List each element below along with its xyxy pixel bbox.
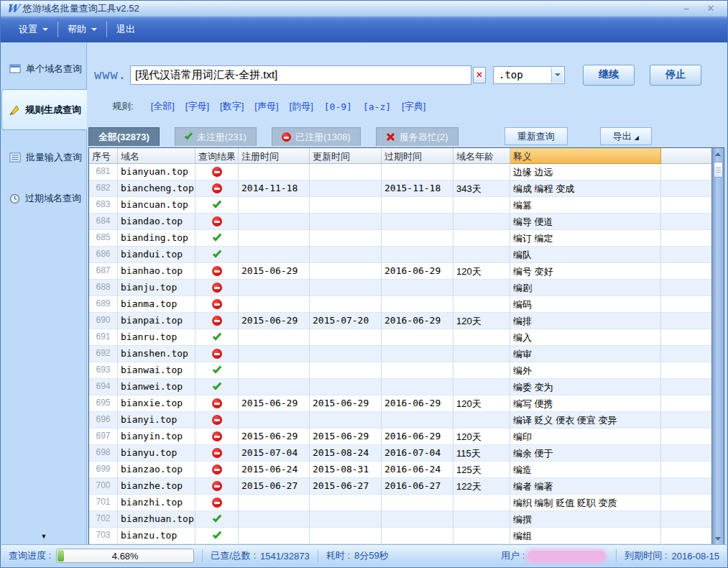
table-row[interactable]: 687bianhao.top2015-06-292016-06-29120天编号… — [89, 263, 711, 280]
cell-age: 120天 — [453, 395, 510, 412]
col-header-seq[interactable]: 序号 — [89, 148, 118, 164]
cell-filler — [661, 462, 711, 478]
table-row[interactable]: 697bianyin.top2015-06-292015-06-292016-0… — [89, 429, 711, 445]
rule-link-digits[interactable]: [数字] — [220, 100, 244, 113]
cell-domain: bianxie.top — [118, 395, 195, 412]
rule-link-letters[interactable]: [字母] — [185, 100, 209, 113]
minimize-icon[interactable]: – — [674, 3, 699, 14]
cell-exp — [382, 247, 453, 263]
continue-button[interactable]: 继续 — [583, 65, 635, 86]
rule-link-dictionary[interactable]: [字典] — [402, 100, 425, 113]
cell-meaning: 边缘 边远 — [510, 164, 661, 180]
cell-filler — [661, 511, 711, 528]
table-row[interactable]: 695bianxie.top2015-06-292015-06-292016-0… — [89, 395, 711, 412]
cell-age — [453, 164, 510, 180]
sidebar-item-label: 单个域名查询 — [26, 63, 82, 75]
col-header-meaning[interactable]: 释义 — [510, 148, 661, 164]
table-row[interactable]: 685bianding.top编订 编定 — [89, 230, 711, 247]
col-header-age[interactable]: 域名年龄 — [453, 148, 510, 164]
table-row[interactable]: 684biandao.top编导 便道 — [89, 214, 711, 230]
table-row[interactable]: 693bianwai.top编外 — [89, 362, 711, 379]
sidebar-item-batch-query[interactable]: 批量输入查询 — [1, 145, 86, 170]
rule-link-all[interactable]: [全部] — [151, 100, 175, 113]
table-row[interactable]: 683biancuan.top编篡 — [89, 197, 711, 214]
cell-reg: 2015-06-27 — [239, 478, 310, 495]
filter-tab-all[interactable]: 全部(32873) — [88, 127, 160, 146]
checked-total-label: 已查/总数 : — [211, 549, 256, 562]
col-header-expires[interactable]: 过期时间 — [382, 148, 453, 164]
menu-help[interactable]: 帮助 — [58, 21, 106, 38]
col-header-result[interactable]: 查询结果 — [195, 148, 239, 164]
export-button[interactable]: 导出 ◢ — [600, 127, 652, 145]
user-name-redacted — [527, 551, 605, 562]
table-row[interactable]: 682biancheng.top2014-11-182015-11-18343天… — [89, 180, 711, 197]
cell-seq: 687 — [89, 263, 118, 280]
table-row[interactable]: 688bianju.top编剧 — [89, 280, 711, 296]
rule-link-a-z[interactable]: [a-z] — [363, 101, 391, 112]
wordlist-input[interactable] — [130, 65, 471, 85]
col-header-updated[interactable]: 更新时间 — [310, 148, 382, 164]
cell-seq: 695 — [89, 395, 118, 412]
sidebar-scroll-down-icon[interactable]: ▼ — [1, 533, 86, 540]
table-row[interactable]: 698bianyu.top2015-07-042015-08-242016-07… — [89, 445, 711, 462]
cell-exp: 2016-06-29 — [382, 395, 453, 412]
table-row[interactable]: 700bianzhe.top2015-06-272015-06-272016-0… — [89, 478, 711, 495]
cell-age — [453, 280, 510, 296]
rule-link-0-9[interactable]: [0-9] — [324, 101, 352, 112]
requery-button[interactable]: 重新查询 — [504, 127, 568, 145]
table-row[interactable]: 699bianzao.top2015-06-242015-08-312016-0… — [89, 462, 711, 478]
results-table: 序号 域名 查询结果 注册时间 更新时间 过期时间 域名年龄 释义 681bia… — [88, 147, 724, 545]
table-row[interactable]: 686biandui.top编队 — [89, 247, 711, 263]
table-row[interactable]: 690bianpai.top2015-06-292015-07-202016-0… — [89, 313, 711, 329]
tld-dropdown-button[interactable] — [551, 68, 563, 83]
cell-meaning: 编入 — [510, 329, 661, 346]
cell-meaning: 编余 便于 — [510, 445, 661, 462]
menu-settings[interactable]: 设置 — [9, 21, 57, 38]
clear-input-button[interactable]: ✕ — [473, 67, 486, 83]
vertical-scrollbar[interactable] — [711, 148, 724, 544]
table-row[interactable]: 703bianzu.top编组 — [89, 528, 711, 544]
rule-link-initials[interactable]: [声母] — [254, 100, 278, 113]
registered-icon — [212, 316, 222, 326]
sidebar-item-expired-query[interactable]: 过期域名查询 — [1, 186, 86, 211]
table-row[interactable]: 681bianyuan.top边缘 边远 — [89, 164, 711, 180]
cell-filler — [661, 528, 711, 544]
cell-upd — [310, 197, 382, 214]
scroll-down-icon[interactable] — [712, 533, 724, 544]
table-row[interactable]: 702bianzhuan.top编撰 — [89, 511, 711, 528]
cell-result — [195, 379, 239, 395]
stop-button[interactable]: 停止 — [650, 65, 701, 86]
close-icon[interactable]: ✕ — [699, 3, 723, 14]
col-header-domain[interactable]: 域名 — [118, 148, 195, 164]
scrollbar-thumb[interactable] — [714, 162, 723, 178]
available-icon — [212, 199, 221, 209]
col-header-registered[interactable]: 注册时间 — [239, 148, 310, 164]
table-row[interactable]: 696bianyi.top编译 贬义 便衣 便宜 变异 — [89, 412, 711, 429]
sidebar-item-label: 规则生成查询 — [25, 104, 81, 116]
cell-result — [195, 429, 239, 445]
chevron-down-icon — [42, 28, 48, 31]
sidebar-item-rule-query[interactable]: 规则生成查询 — [1, 89, 87, 130]
registered-icon — [212, 481, 222, 491]
scroll-up-icon[interactable] — [712, 148, 724, 160]
cell-exp — [382, 412, 453, 429]
cell-result — [195, 495, 239, 511]
table-row[interactable]: 694bianwei.top编委 变为 — [89, 379, 711, 395]
table-row[interactable]: 689bianma.top编码 — [89, 296, 711, 313]
cell-upd — [310, 263, 382, 280]
filter-tab-server-busy[interactable]: 服务器忙(2) — [376, 127, 459, 146]
registered-icon — [212, 464, 222, 475]
table-row[interactable]: 691bianru.top编入 — [89, 329, 711, 346]
table-row[interactable]: 692bianshen.top编审 — [89, 346, 711, 362]
cell-meaning: 编造 — [510, 462, 661, 478]
menu-exit[interactable]: 退出 — [107, 21, 144, 38]
filter-tab-unregistered[interactable]: 未注册(231) — [175, 127, 257, 146]
tld-select[interactable]: .top — [493, 66, 565, 84]
cell-reg — [239, 379, 310, 395]
sidebar-item-single-query[interactable]: 单个域名查询 — [1, 57, 86, 81]
filter-tab-registered[interactable]: 已注册(1308) — [272, 127, 361, 146]
cell-filler — [661, 362, 711, 379]
rule-link-finals[interactable]: [韵母] — [290, 100, 313, 113]
cell-meaning: 编委 变为 — [510, 379, 661, 395]
table-row[interactable]: 701bianzhi.top编织 编制 贬值 贬职 变质 — [89, 495, 711, 511]
